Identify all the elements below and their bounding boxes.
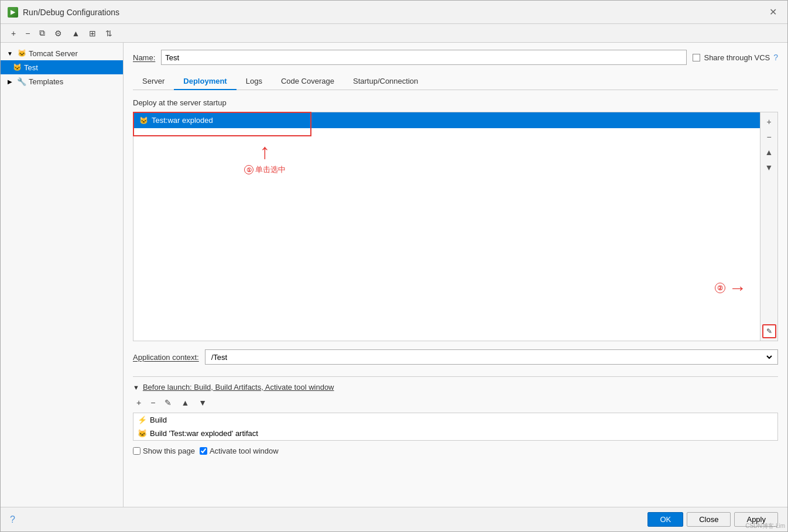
move-up-button[interactable]: ▲ <box>68 27 83 40</box>
bl-artifact-icon: 🐱 <box>138 430 146 438</box>
ok-button[interactable]: OK <box>647 512 683 527</box>
remove-config-button[interactable]: − <box>22 27 33 40</box>
bl-remove-button[interactable]: − <box>147 396 159 409</box>
dialog-icon: ▶ <box>8 7 18 18</box>
bl-build-label: Build <box>150 416 167 424</box>
deploy-item-test-war[interactable]: 🐱 Test:war exploded <box>133 112 760 128</box>
templates-icon: 🔧 <box>17 77 26 86</box>
sidebar-tomcat-label: Tomcat Server <box>29 49 78 58</box>
sidebar-item-test[interactable]: 🐱 Test <box>1 60 123 74</box>
bl-artifact-label: Build 'Test:war exploded' artifact <box>150 429 258 438</box>
bl-down-button[interactable]: ▼ <box>195 396 210 409</box>
bottom-left: ? <box>10 514 15 525</box>
tab-server[interactable]: Server <box>133 73 174 90</box>
settings-button[interactable]: ⚙ <box>51 27 66 40</box>
sidebar-section-tomcat: ▼ 🐱 Tomcat Server 🐱 Test ▶ 🔧 Templates <box>1 46 123 88</box>
app-context-select[interactable]: /Test <box>205 349 778 365</box>
deploy-add-button[interactable]: + <box>762 115 776 129</box>
deploy-area: 🐱 Test:war exploded + − ▲ ▼ ✎ <box>133 112 778 349</box>
group-button[interactable]: ⊞ <box>85 27 100 40</box>
deploy-item-label: Test:war exploded <box>152 116 213 125</box>
vcs-area: Share through VCS ? <box>693 53 778 62</box>
sidebar: ▼ 🐱 Tomcat Server 🐱 Test ▶ 🔧 Templates <box>1 43 124 507</box>
deploy-item-icon: 🐱 <box>139 116 148 125</box>
bl-up-button[interactable]: ▲ <box>177 396 193 409</box>
title-bar-left: ▶ Run/Debug Configurations <box>8 7 119 18</box>
deploy-up-button[interactable]: ▲ <box>762 145 776 159</box>
sidebar-item-tomcat-server[interactable]: ▼ 🐱 Tomcat Server <box>1 46 123 60</box>
bl-add-button[interactable]: + <box>133 396 145 409</box>
app-context-dropdown[interactable]: /Test <box>209 351 774 363</box>
tab-logs[interactable]: Logs <box>237 73 272 90</box>
toolbar: + − ⧉ ⚙ ▲ ⊞ ⇅ <box>1 24 787 43</box>
vcs-checkbox[interactable] <box>693 54 700 61</box>
tomcat-icon: 🐱 <box>17 49 26 58</box>
watermark: CSDN博客-Lim <box>745 522 785 530</box>
bl-build-icon: ⚡ <box>138 416 146 424</box>
test-icon: 🐱 <box>12 63 22 72</box>
tomcat-expand-icon[interactable]: ▼ <box>5 50 15 57</box>
activate-tool-label: Activate tool window <box>210 447 279 455</box>
sidebar-test-label: Test <box>24 63 38 72</box>
run-debug-dialog: ▶ Run/Debug Configurations ✕ + − ⧉ ⚙ ▲ ⊞… <box>0 0 788 532</box>
add-config-button[interactable]: + <box>8 27 19 40</box>
edit-pencil-icon: ✎ <box>766 327 772 335</box>
deploy-down-button[interactable]: ▼ <box>762 160 776 174</box>
deploy-list: 🐱 Test:war exploded <box>133 112 760 341</box>
name-label: Name: <box>133 53 155 62</box>
main-content: ▼ 🐱 Tomcat Server 🐱 Test ▶ 🔧 Templates <box>1 43 787 507</box>
bl-item-build[interactable]: ⚡ Build <box>133 413 777 427</box>
deploy-remove-button[interactable]: − <box>762 130 776 144</box>
deploy-edit-button[interactable]: ✎ <box>762 324 776 338</box>
close-dialog-button[interactable]: ✕ <box>766 5 780 19</box>
app-context-row: Application context: /Test <box>133 349 778 365</box>
dialog-title: Run/Debug Configurations <box>23 8 119 17</box>
sidebar-templates-label: Templates <box>29 77 63 86</box>
tab-startup-connection[interactable]: Startup/Connection <box>344 73 427 90</box>
deploy-section-label: Deploy at the server startup <box>133 98 778 107</box>
close-button[interactable]: Close <box>687 512 731 527</box>
activate-tool-checkbox[interactable] <box>200 447 207 455</box>
bottom-bar: ? OK Close Apply <box>1 507 787 531</box>
templates-expand-icon[interactable]: ▶ <box>5 78 15 85</box>
tabs: Server Deployment Logs Code Coverage Sta… <box>133 73 778 90</box>
before-launch-toggle-icon[interactable]: ▼ <box>133 384 139 391</box>
show-page-checkbox-item: Show this page <box>133 447 195 455</box>
title-bar: ▶ Run/Debug Configurations ✕ <box>1 1 787 24</box>
copy-config-button[interactable]: ⧉ <box>36 26 49 40</box>
sort-button[interactable]: ⇅ <box>102 27 116 40</box>
show-page-checkbox[interactable] <box>133 447 141 455</box>
sidebar-item-templates[interactable]: ▶ 🔧 Templates <box>1 74 123 88</box>
tab-code-coverage[interactable]: Code Coverage <box>272 73 344 90</box>
bl-edit-button[interactable]: ✎ <box>161 396 175 409</box>
deploy-side-buttons: + − ▲ ▼ ✎ <box>760 112 777 341</box>
activate-tool-checkbox-item: Activate tool window <box>200 447 279 455</box>
right-panel: Name: Share through VCS ? Server Deploym… <box>124 43 787 507</box>
before-launch-header: ▼ Before launch: Build, Build Artifacts,… <box>133 376 778 392</box>
bl-item-artifact[interactable]: 🐱 Build 'Test:war exploded' artifact <box>133 427 777 440</box>
name-input[interactable] <box>161 50 687 65</box>
name-row: Name: Share through VCS ? <box>133 50 778 65</box>
before-launch-label: Before launch: Build, Build Artifacts, A… <box>143 383 334 392</box>
show-page-label: Show this page <box>143 447 195 455</box>
app-context-label: Application context: <box>133 353 199 362</box>
before-launch-toolbar: + − ✎ ▲ ▼ <box>133 396 778 409</box>
before-launch-list: ⚡ Build 🐱 Build 'Test:war exploded' arti… <box>133 413 778 441</box>
show-page-row: Show this page Activate tool window <box>133 447 778 455</box>
deploy-container: 🐱 Test:war exploded + − ▲ ▼ ✎ <box>133 112 778 341</box>
vcs-label: Share through VCS <box>704 53 770 62</box>
tab-deployment[interactable]: Deployment <box>174 73 236 90</box>
help-icon[interactable]: ? <box>10 514 15 525</box>
vcs-help-icon[interactable]: ? <box>773 53 778 62</box>
